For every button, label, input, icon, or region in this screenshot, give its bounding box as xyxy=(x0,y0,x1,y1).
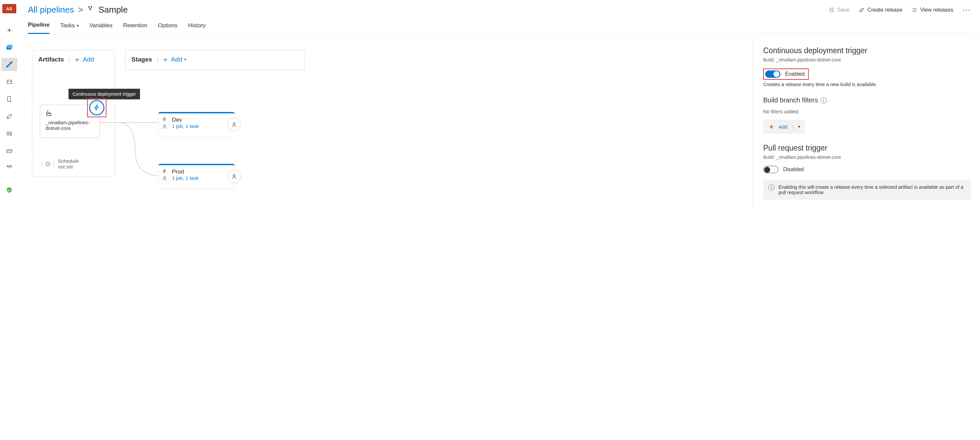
view-releases-label: View releases xyxy=(920,7,953,13)
shield-check-icon[interactable] xyxy=(1,183,17,197)
stages-header: Stages xyxy=(131,56,152,63)
stage-prod-title: Prod xyxy=(172,168,230,175)
svg-rect-4 xyxy=(6,81,12,83)
add-stage-label: Add xyxy=(171,56,182,63)
pipelines-icon[interactable] xyxy=(1,58,17,71)
plus-icon: ＋ xyxy=(162,56,169,63)
info-icon[interactable]: i xyxy=(821,97,827,103)
trigger-tooltip: Continuous deployment trigger xyxy=(68,89,140,99)
cd-trigger-button[interactable] xyxy=(89,100,104,115)
svg-rect-1 xyxy=(7,45,12,49)
branch-filters-heading: Build branch filters xyxy=(763,96,818,104)
pipeline-hierarchy-icon xyxy=(87,5,94,15)
add-icon[interactable]: ＋ xyxy=(1,23,17,37)
pr-trigger-toggle-label: Disabled xyxy=(783,167,804,173)
cd-trigger-toggle-label: Enabled xyxy=(785,71,805,77)
stage-dev-title: Dev xyxy=(172,117,230,123)
info-icon: i xyxy=(768,184,775,191)
lightning-icon xyxy=(162,117,167,122)
clock-hex-icon xyxy=(42,157,54,170)
tab-variables[interactable]: Variables xyxy=(89,22,113,34)
hierarchy-icon[interactable] xyxy=(1,162,17,175)
plus-icon: ＋ xyxy=(768,123,775,130)
stage-dev-meta-link[interactable]: 1 job, 1 task xyxy=(172,123,230,129)
add-branch-filter-button[interactable]: ＋ Add | ▾ xyxy=(763,120,805,133)
schedule-line1: Schedule xyxy=(58,158,79,164)
stage-card-dev[interactable]: Dev 1 job, 1 task xyxy=(158,112,235,137)
cd-trigger-toggle[interactable] xyxy=(765,70,781,78)
cd-trigger-description: Creates a release every time a new build… xyxy=(763,82,971,87)
artifact-sources-icon[interactable] xyxy=(1,144,17,157)
svg-rect-6 xyxy=(6,149,12,152)
project-avatar[interactable]: AS xyxy=(2,4,16,13)
pr-trigger-toggle[interactable] xyxy=(763,166,778,173)
library-icon[interactable] xyxy=(1,127,17,140)
stages-header-box: Stages | ＋ Add ▾ xyxy=(125,50,305,70)
svg-point-16 xyxy=(164,177,165,178)
cd-trigger-build: Build: _ninallam.pipelines-dotnet-core xyxy=(763,57,971,62)
breadcrumb-root-link[interactable]: All pipelines xyxy=(28,5,74,15)
test-plans-icon[interactable] xyxy=(1,92,17,106)
pr-trigger-info: i Enabling this will create a release ev… xyxy=(763,180,971,200)
more-actions-button[interactable]: ··· xyxy=(963,6,971,14)
boards-icon[interactable] xyxy=(1,41,17,54)
svg-point-14 xyxy=(164,125,165,127)
person-icon xyxy=(162,124,167,129)
person-icon xyxy=(231,173,237,179)
svg-rect-11 xyxy=(91,6,92,8)
pr-trigger-heading: Pull request trigger xyxy=(763,144,971,152)
tab-tasks-label: Tasks xyxy=(60,22,75,29)
factory-icon xyxy=(46,110,53,117)
save-label: Save xyxy=(837,7,849,13)
chevron-down-icon[interactable]: ▾ xyxy=(798,124,800,129)
add-artifact-button[interactable]: ＋ Add xyxy=(73,56,94,63)
lightning-icon xyxy=(93,104,100,111)
add-branch-filter-label: Add xyxy=(778,124,788,130)
stage-prod-meta-link[interactable]: 1 job, 1 task xyxy=(172,175,230,181)
tab-bar: Pipeline Tasks▾ Variables Retention Opti… xyxy=(19,17,980,34)
chevron-down-icon: ▾ xyxy=(77,23,79,28)
person-icon xyxy=(231,122,237,128)
tab-options[interactable]: Options xyxy=(158,22,178,34)
pipeline-canvas: Artifacts | ＋ Add Stages | ＋ Add ▾ xyxy=(19,34,754,212)
save-button[interactable]: Save xyxy=(829,7,849,13)
pr-trigger-build: Build: _ninallam.pipelines-dotnet-core xyxy=(763,154,971,160)
schedule-line2: not set xyxy=(58,164,79,170)
lightning-icon xyxy=(162,168,167,174)
stage-dev-approvers-button[interactable] xyxy=(228,118,241,131)
svg-rect-8 xyxy=(6,165,8,167)
svg-rect-7 xyxy=(9,165,10,167)
svg-rect-9 xyxy=(10,165,12,167)
cd-trigger-heading: Continuous deployment trigger xyxy=(763,46,971,55)
repos-icon[interactable] xyxy=(1,75,17,88)
stage-prod-approvers-button[interactable] xyxy=(228,170,241,183)
top-actions: Save Create release View releases ··· xyxy=(829,6,971,14)
add-artifact-label: Add xyxy=(83,56,94,63)
svg-point-2 xyxy=(6,65,8,67)
svg-rect-5 xyxy=(7,97,10,102)
top-bar: All pipelines > Sample Save Create relea… xyxy=(19,0,980,17)
svg-point-17 xyxy=(233,175,235,176)
pr-trigger-info-text: Enabling this will create a release ever… xyxy=(778,184,966,195)
svg-rect-12 xyxy=(89,9,91,10)
tab-retention[interactable]: Retention xyxy=(123,22,147,34)
plus-icon: ＋ xyxy=(73,56,81,63)
svg-point-15 xyxy=(233,122,235,125)
tab-tasks[interactable]: Tasks▾ xyxy=(60,22,78,34)
rocket-icon[interactable] xyxy=(1,110,17,123)
view-releases-button[interactable]: View releases xyxy=(912,7,953,13)
add-stage-button[interactable]: ＋ Add ▾ xyxy=(162,56,186,63)
artifacts-header: Artifacts xyxy=(38,56,64,63)
breadcrumb-separator: > xyxy=(78,5,83,15)
tab-pipeline[interactable]: Pipeline xyxy=(28,22,49,34)
create-release-button[interactable]: Create release xyxy=(859,7,902,13)
stage-card-prod[interactable]: Prod 1 job, 1 task xyxy=(158,164,235,189)
branch-filters-empty: No filters added. xyxy=(763,109,971,114)
body-row: Artifacts | ＋ Add Stages | ＋ Add ▾ xyxy=(19,34,980,212)
svg-point-3 xyxy=(10,62,12,64)
breadcrumb: All pipelines > Sample xyxy=(28,5,128,15)
create-release-label: Create release xyxy=(867,7,902,13)
schedule-status[interactable]: Schedule not set xyxy=(42,157,79,170)
person-icon xyxy=(162,176,167,181)
tab-history[interactable]: History xyxy=(188,22,206,34)
